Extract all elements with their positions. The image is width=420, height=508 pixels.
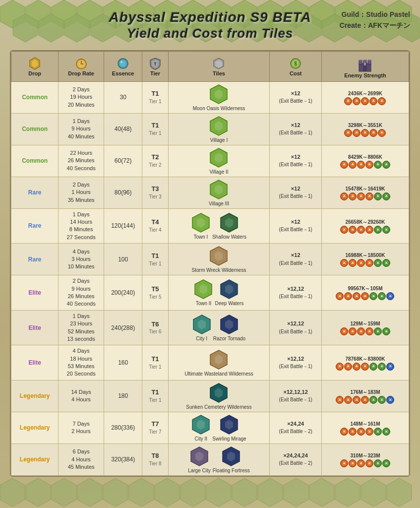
enemy-icon-circle: ⚔ — [340, 459, 348, 467]
cost-cell: ×12(Exit Battle－1) — [270, 177, 322, 208]
enemy-icon-circle: ⚔ — [353, 292, 360, 300]
drop-type-cell: Elite — [11, 275, 59, 311]
enemy-icon-circle: ⚔ — [344, 129, 352, 137]
enemy-icon-circle: ⚔ — [353, 396, 360, 404]
tier-cell: T1Tier 1 — [142, 113, 168, 145]
tiles-cell: Sunken Cemetery Wilderness — [168, 380, 270, 412]
table-row: Elite2 Days9 Hours26 Minutes40 Seconds20… — [11, 275, 409, 311]
tile-item: Deep Waters — [215, 279, 243, 306]
th-tiles: Tiles — [168, 51, 270, 81]
tile-item: Ultimate Wasteland Wilderness — [184, 349, 253, 377]
header: Abyssal Expedition S9 BETA Yield and Cos… — [0, 0, 420, 46]
tile-item: Storm Wreck Wilderness — [192, 246, 246, 273]
time-cell: 1 Days23 Hours52 Minutes13 seconds — [59, 310, 104, 345]
enemy-icon-circle: ⚔ — [378, 292, 386, 300]
enemy-strength-cell: 15478K～16419K⚔⚔⚔⚔⚔⚔ — [321, 177, 409, 208]
tile-name: Razor Tornado — [213, 336, 245, 341]
th-drop-label: Drop — [28, 70, 41, 76]
essence-cell: 80(96) — [104, 177, 142, 208]
cost-cell: ×12,12(Exit Battle－1) — [270, 275, 322, 311]
svg-rect-24 — [361, 60, 362, 62]
tile-item: Town II — [194, 279, 213, 306]
tiles-cell: Storm Wreck Wilderness — [168, 244, 270, 275]
enemy-icon-circle: ⚔ — [382, 327, 390, 335]
drop-type-label: Rare — [28, 222, 42, 229]
tier-cell: T1Tier 1 — [142, 81, 168, 113]
enemy-icon-circle: ⚔ — [382, 226, 390, 234]
enemy-icon-circle: ⚔ — [361, 97, 369, 105]
time-cell: 4 Days3 Hours10 Minutes — [59, 244, 104, 275]
svg-text:$: $ — [294, 61, 297, 66]
strength-range: 2436K～2699K — [323, 90, 407, 97]
enemy-icons: ⚔⚔⚔⚔⚔⚔ — [335, 226, 395, 234]
svg-rect-27 — [368, 60, 369, 62]
enemy-icon-circle: ⚔ — [378, 97, 386, 105]
tile-item: Village III — [209, 179, 229, 206]
enemy-icon-circle: ⚔ — [340, 428, 348, 436]
tiles-cell: City I Razor Tornado — [168, 310, 270, 345]
table-row: Rare1 Days14 Hours8 Minutes27 Seconds120… — [11, 208, 409, 244]
enemy-icon-circle: ⚔ — [361, 396, 369, 404]
tier-cell: T6Tier 6 — [142, 310, 168, 345]
svg-point-11 — [120, 60, 126, 67]
drop-type-cell: Rare — [11, 208, 59, 244]
table-header-row: Drop — [11, 51, 409, 81]
strength-range: 129M～159M — [323, 320, 407, 327]
tile-name: Town I — [193, 234, 208, 240]
tile-item: Swirling Mirage — [212, 414, 246, 442]
essence-cell: 60(72) — [104, 145, 142, 177]
tiles-cell: Village II — [168, 145, 270, 177]
strength-range: 15478K～16419K — [323, 185, 407, 192]
time-cell: 1 Days14 Hours8 Minutes27 Seconds — [59, 208, 104, 244]
enemy-icon-circle: ⚔ — [378, 363, 386, 371]
enemy-icon-circle: ⚔ — [374, 259, 382, 267]
essence-cell: 200(240) — [104, 275, 142, 311]
enemy-strength-cell: 176M～183M⚔⚔⚔⚔⚔⚔⚔ — [321, 380, 409, 412]
enemy-icon-circle: ⚔ — [382, 459, 390, 467]
tile-name: Village II — [209, 169, 228, 175]
drop-type-label: Common — [22, 126, 48, 132]
enemy-icon-circle: ⚔ — [349, 428, 357, 436]
time-cell: 22 Hours26 Minutes40 Seconds — [59, 145, 104, 177]
tiles-cell: Town I Shallow Waters — [168, 208, 270, 244]
strength-range: 8429K～8806K — [323, 153, 407, 161]
enemy-icon-circle: ⚔ — [357, 226, 365, 234]
th-enemy-strength: Enemy Strength — [321, 51, 409, 81]
strength-range: 176M～183M — [323, 388, 407, 396]
drop-type-cell: Legendary — [11, 380, 59, 412]
tier-cell: T2Tier 2 — [142, 145, 168, 177]
enemy-icon-circle: ⚔ — [365, 161, 373, 169]
tile-name: Storm Wreck Wilderness — [192, 267, 246, 273]
enemy-strength-cell: 3298K～3551K⚔⚔⚔⚔⚔ — [321, 113, 409, 145]
drop-type-label: Legendary — [20, 424, 50, 431]
svg-rect-30 — [364, 63, 366, 65]
table-body: Common2 Days19 Hours20 Minutes30T1Tier 1… — [11, 81, 409, 475]
table-row: Rare4 Days3 Hours10 Minutes100T1Tier 1 S… — [11, 244, 409, 275]
enemy-icons: ⚔⚔⚔⚔⚔⚔ — [335, 459, 395, 467]
svg-rect-23 — [360, 60, 360, 62]
cost-cell: ×12(Exit Battle－1) — [270, 208, 322, 244]
enemy-icon-circle: ⚔ — [357, 327, 365, 335]
drop-type-cell: Common — [11, 145, 59, 177]
enemy-icon-circle: ⚔ — [361, 129, 369, 137]
time-cell: 2 Days1 Hours35 Minutes — [59, 177, 104, 208]
essence-cell: 100 — [104, 244, 142, 275]
drop-type-label: Legendary — [20, 392, 50, 399]
guild-name: Guild：Studio Pastel — [340, 9, 410, 20]
enemy-icon-circle: ⚔ — [340, 327, 348, 335]
time-cell: 1 Days9 Hours40 Minutes — [59, 113, 104, 145]
enemy-icons: ⚔⚔⚔⚔⚔⚔ — [335, 327, 395, 335]
drop-type-label: Common — [22, 157, 48, 164]
tier-cell: T4Tier 4 — [142, 208, 168, 244]
drop-type-cell: Rare — [11, 244, 59, 275]
th-cost-label: Cost — [290, 70, 301, 76]
th-cost: $ Cost — [270, 51, 322, 81]
strength-range: 16988K～18500K — [323, 252, 407, 259]
guild-info: Guild：Studio Pastel Create：AFKマーチン — [340, 9, 410, 31]
essence-cell: 30 — [104, 81, 142, 113]
tier-cell: T1Tier 1 — [142, 244, 168, 275]
enemy-icon-circle: ⚔ — [357, 161, 365, 169]
cost-cell: ×12(Exit Battle－1) — [270, 81, 322, 113]
table-row: Legendary14 Days4 Hours180T1Tier 1 Sunke… — [11, 380, 409, 412]
enemy-icon-circle: ⚔ — [340, 161, 348, 169]
